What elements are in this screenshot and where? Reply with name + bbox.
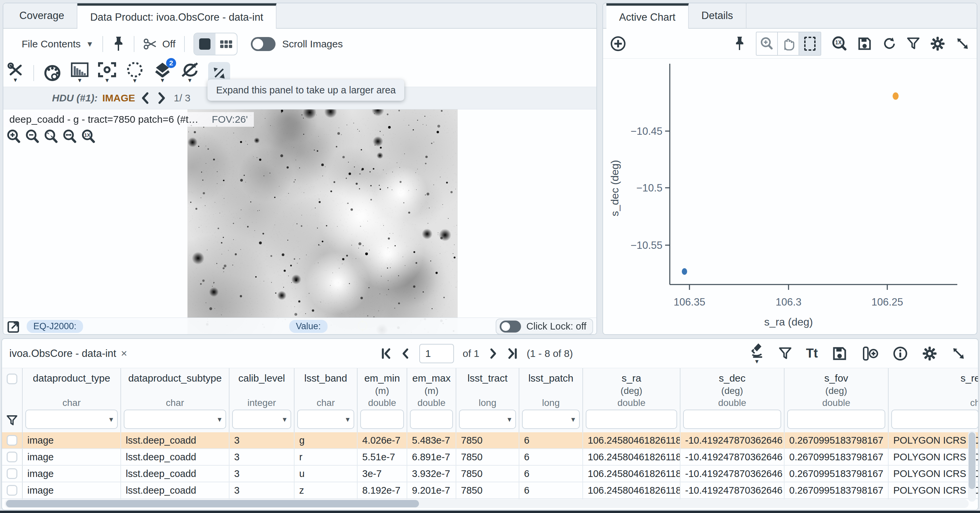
chart-pan-button[interactable] bbox=[778, 32, 799, 55]
table-expand-button[interactable] bbox=[951, 346, 966, 361]
text-view-button[interactable]: Tt bbox=[806, 346, 818, 360]
zoom-fill-button[interactable] bbox=[62, 129, 77, 144]
column-header[interactable]: s_dec(deg)double bbox=[681, 368, 784, 409]
table-settings-button[interactable] bbox=[922, 346, 937, 361]
column-header[interactable]: s_rech bbox=[889, 368, 978, 409]
table-horizontal-scrollbar[interactable] bbox=[5, 499, 969, 508]
rotate-off-button[interactable]: ▾ bbox=[181, 62, 199, 84]
zoom-out-button[interactable] bbox=[25, 129, 40, 144]
scatter-chart[interactable]: −10.45 −10.5 −10.55 106.35 106.3 106.25 … bbox=[603, 59, 977, 332]
filter-row: ▾ ▾ ▾ ▾ ▾ ▾ bbox=[2, 409, 978, 432]
add-column-button[interactable] bbox=[861, 346, 878, 361]
table-info-button[interactable] bbox=[892, 346, 908, 361]
filter-dropdown[interactable]: ▾ bbox=[297, 409, 354, 429]
column-header[interactable]: s_ra(deg)double bbox=[583, 368, 681, 409]
scroll-images-toggle[interactable] bbox=[251, 37, 275, 51]
hdu-prev-button[interactable] bbox=[140, 91, 151, 105]
pin-icon[interactable] bbox=[112, 36, 125, 52]
table-row[interactable]: imagelsst.deep_coadd3u3e-73.932e-7785061… bbox=[2, 466, 978, 482]
filter-dropdown[interactable]: ▾ bbox=[522, 409, 580, 429]
table-row[interactable]: imagelsst.deep_coadd3g4.026e-75.483e-778… bbox=[2, 432, 978, 449]
stretch-button[interactable]: ▾ bbox=[71, 62, 89, 84]
chart-zoom-original-button[interactable]: 1X bbox=[831, 36, 847, 52]
column-header[interactable]: em_min(m)double bbox=[358, 368, 407, 409]
filter-input[interactable] bbox=[891, 409, 978, 429]
grid-view-button[interactable] bbox=[215, 33, 237, 55]
popout-readout-button[interactable] bbox=[7, 320, 21, 333]
file-contents-dropdown[interactable]: File Contents ▼ bbox=[22, 38, 94, 50]
filter-input[interactable] bbox=[586, 409, 677, 429]
table-save-button[interactable] bbox=[832, 346, 847, 361]
palette-button[interactable] bbox=[43, 64, 61, 82]
filter-input[interactable] bbox=[360, 409, 404, 429]
filter-dropdown[interactable]: ▾ bbox=[459, 409, 516, 429]
chart-expand-button[interactable] bbox=[955, 37, 970, 51]
hdu-next-button[interactable] bbox=[156, 91, 167, 105]
expand-icon bbox=[212, 66, 226, 80]
cut-toggle-button[interactable]: Off bbox=[143, 37, 175, 51]
tab-data-product[interactable]: Data Product: ivoa.ObsCore - data-int bbox=[77, 3, 277, 29]
select-region-button[interactable]: ▾ bbox=[126, 62, 144, 84]
scatter-point[interactable] bbox=[682, 268, 687, 275]
table-row[interactable]: imagelsst.deep_coadd3z8.192e-79.201e-778… bbox=[2, 482, 978, 499]
table-vertical-scrollbar[interactable] bbox=[968, 431, 976, 502]
first-page-button[interactable] bbox=[380, 347, 392, 360]
row-checkbox[interactable] bbox=[7, 435, 18, 446]
pin-chart-button[interactable] bbox=[733, 36, 746, 51]
filter-icon bbox=[6, 414, 18, 427]
layers-button[interactable]: 2 ▾ bbox=[153, 62, 172, 84]
inspect-button[interactable]: ▾ bbox=[749, 342, 765, 365]
zoom-fit-button[interactable] bbox=[43, 129, 59, 144]
astronomical-image[interactable] bbox=[188, 109, 458, 335]
select-all-checkbox[interactable] bbox=[7, 374, 18, 384]
row-checkbox[interactable] bbox=[7, 452, 18, 462]
tools-button[interactable]: ▾ bbox=[7, 62, 24, 84]
column-header[interactable]: calib_levelinteger bbox=[229, 368, 294, 409]
filter-dropdown[interactable]: ▾ bbox=[232, 409, 291, 429]
last-page-button[interactable] bbox=[507, 347, 518, 360]
tab-details[interactable]: Details bbox=[689, 3, 746, 28]
left-tabstrip: Coverage Data Product: ivoa.ObsCore - da… bbox=[3, 3, 597, 29]
column-header[interactable]: s_fov(deg)double bbox=[784, 368, 889, 409]
chart-refresh-button[interactable] bbox=[882, 37, 897, 51]
column-header[interactable]: dataproduct_subtypechar bbox=[121, 368, 229, 409]
filter-dropdown[interactable]: ▾ bbox=[124, 409, 226, 429]
filter-dropdown[interactable]: ▾ bbox=[25, 409, 118, 429]
chart-filter-button[interactable] bbox=[907, 37, 920, 51]
row-checkbox[interactable] bbox=[7, 468, 18, 479]
tab-active-chart[interactable]: Active Chart bbox=[606, 3, 689, 29]
tab-coverage[interactable]: Coverage bbox=[7, 3, 77, 28]
next-page-button[interactable] bbox=[488, 347, 498, 360]
single-view-button[interactable] bbox=[194, 33, 215, 55]
scatter-point-highlighted[interactable] bbox=[892, 92, 899, 100]
row-checkbox[interactable] bbox=[7, 485, 18, 495]
table-close-icon[interactable]: × bbox=[121, 347, 127, 360]
click-lock-toggle[interactable] bbox=[500, 320, 521, 333]
filter-input[interactable] bbox=[683, 409, 781, 429]
scrollbar-thumb[interactable] bbox=[6, 500, 419, 507]
column-header[interactable]: lsst_tractlong bbox=[456, 368, 519, 409]
page-number-input[interactable] bbox=[419, 344, 454, 363]
chart-select-button[interactable] bbox=[799, 32, 821, 55]
select-region-icon bbox=[126, 62, 144, 78]
add-chart-button[interactable] bbox=[610, 35, 627, 52]
zoom-controls: 1X bbox=[6, 129, 96, 144]
column-header[interactable]: lsst_bandchar bbox=[294, 368, 358, 409]
click-lock-control[interactable]: Click Lock: off bbox=[496, 319, 593, 335]
column-header[interactable]: em_max(m)double bbox=[407, 368, 456, 409]
prev-page-button[interactable] bbox=[401, 347, 410, 360]
column-header[interactable]: lsst_patchlong bbox=[519, 368, 583, 409]
table-filter-button[interactable] bbox=[778, 346, 792, 361]
recenter-button[interactable]: ▾ bbox=[98, 62, 116, 84]
zoom-in-button[interactable] bbox=[6, 129, 21, 144]
table-row[interactable]: imagelsst.deep_coadd3r5.51e-76.891e-7785… bbox=[2, 449, 978, 466]
filter-input[interactable] bbox=[787, 409, 885, 429]
chart-save-button[interactable] bbox=[857, 37, 872, 51]
chart-zoom-button[interactable] bbox=[757, 32, 778, 55]
column-header[interactable]: dataproduct_typechar bbox=[23, 368, 121, 409]
zoom-1x-button[interactable]: 1X bbox=[81, 129, 96, 144]
chart-settings-button[interactable] bbox=[930, 36, 945, 51]
fits-image-viewer[interactable]: deep_coadd - g - tract=7850 patch=6 (#t…… bbox=[3, 109, 597, 335]
gear-icon bbox=[930, 36, 945, 51]
filter-input[interactable] bbox=[410, 409, 453, 429]
